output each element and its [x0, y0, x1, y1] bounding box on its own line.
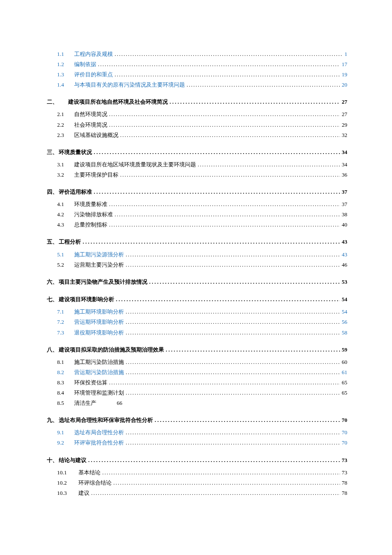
toc-item[interactable]: 10.2环评综合结论..............................…	[47, 478, 347, 488]
toc-item-label: 基本结论	[78, 468, 101, 478]
toc-item[interactable]: 10.3建议..................................…	[47, 488, 347, 498]
toc-item[interactable]: 7.2营运期环境影响分析............................…	[47, 317, 347, 327]
toc-item-page: 78	[342, 478, 347, 488]
toc-leader-dots: ........................................…	[109, 120, 340, 130]
toc-item-num: 2.1	[57, 109, 74, 119]
toc-item-page: 66	[117, 398, 122, 408]
toc-item[interactable]: 5.1施工期污染源强分析............................…	[47, 250, 347, 260]
toc-item-num: 8.2	[57, 367, 74, 378]
toc-item-page: 73	[342, 468, 347, 478]
toc-subsection-list: 8.1施工期污染防治措施............................…	[47, 357, 347, 408]
toc-item-num: 8.3	[57, 378, 74, 388]
toc-section-label: 评价适用标准	[59, 186, 92, 198]
toc-section: 1.1工程内容及规模..............................…	[47, 49, 347, 90]
toc-section-label: 建设项目所在地自然环境及社会环境简况	[68, 96, 168, 108]
toc-section-num: 十、	[47, 454, 58, 466]
toc-item-num: 10.3	[57, 488, 78, 498]
toc-item-page: 36	[342, 170, 347, 180]
toc-item[interactable]: 8.1施工期污染防治措施............................…	[47, 357, 347, 367]
toc-section-heading[interactable]: 二、建设项目所在地自然环境及社会环境简况....................…	[47, 96, 347, 108]
toc-item-label: 评价目的和重点	[74, 70, 113, 80]
toc-section-num: 七、	[47, 293, 58, 305]
toc-section-num: 九、	[47, 414, 58, 426]
toc-leader-dots: ........................................…	[109, 220, 340, 230]
toc-item[interactable]: 2.3区域基础设施概况.............................…	[47, 130, 347, 140]
toc-item[interactable]: 9.2环评审批符合性分析............................…	[47, 438, 347, 448]
toc-item[interactable]: 10.1基本结论................................…	[47, 468, 347, 478]
toc-item-label: 环评审批符合性分析	[74, 438, 124, 448]
toc-item-num: 10.1	[57, 468, 78, 478]
toc-item[interactable]: 1.3评价目的和重点..............................…	[47, 70, 347, 80]
toc-section-heading[interactable]: 六、项目主要污染物产生及预计排放情况......................…	[47, 276, 347, 288]
toc-section: 十、结论与建议.................................…	[47, 454, 347, 498]
toc-item-num: 10.2	[57, 478, 78, 488]
toc-section-heading[interactable]: 五、工程分析..................................…	[47, 236, 347, 247]
table-of-contents: 1.1工程内容及规模..............................…	[47, 49, 347, 498]
toc-leader-dots: ........................................…	[115, 70, 340, 80]
toc-item-num: 7.1	[57, 307, 74, 317]
toc-item[interactable]: 4.2污染物排放标准..............................…	[47, 209, 347, 220]
toc-item-page: 56	[342, 317, 347, 327]
toc-subsection-list: 2.1自然环境简况...............................…	[47, 109, 347, 140]
toc-section-heading[interactable]: 三、环境质量状况................................…	[47, 146, 347, 158]
toc-item-num: 8.1	[57, 357, 74, 367]
toc-leader-dots: ........................................…	[126, 367, 340, 378]
toc-item-label: 环境质量标准	[74, 199, 107, 209]
toc-section: 三、环境质量状况................................…	[47, 146, 347, 180]
toc-section: 七、建设项目环境影响分析............................…	[47, 293, 347, 337]
toc-item[interactable]: 3.2主要环境保护目标.............................…	[47, 170, 347, 180]
toc-item-label: 运营期主要污染分析	[74, 260, 124, 270]
toc-item[interactable]: 8.2营运期污染防治措施............................…	[47, 367, 347, 378]
toc-section-heading[interactable]: 八、建设项目拟采取的防治措施及预期治理效果...................…	[47, 344, 347, 355]
toc-leader-dots: ........................................…	[126, 427, 340, 438]
toc-item[interactable]: 2.1自然环境简况...............................…	[47, 109, 347, 119]
toc-item[interactable]: 1.4与本项目有关的原有污染情况及主要环境问题.................…	[47, 80, 347, 90]
toc-item-page: 43	[342, 250, 347, 260]
toc-section-page: 59	[342, 344, 347, 355]
toc-item-page: 70	[342, 438, 347, 448]
toc-section-page: 53	[342, 276, 347, 288]
toc-item[interactable]: 4.1环境质量标准...............................…	[47, 199, 347, 209]
toc-leader-dots: ........................................…	[126, 388, 340, 398]
toc-item-num: 1.4	[57, 80, 74, 90]
toc-section-label: 项目主要污染物产生及预计排放情况	[59, 276, 147, 288]
toc-item-num: 5.2	[57, 260, 74, 270]
toc-section: 九、选址布局合理性和环保审批符合性分析.....................…	[47, 414, 347, 448]
toc-section-heading[interactable]: 七、建设项目环境影响分析............................…	[47, 293, 347, 305]
toc-item[interactable]: 8.5清洁生产66	[47, 398, 347, 408]
toc-item-num: 1.1	[57, 49, 74, 59]
toc-item[interactable]: 9.1选址布局合理性分析............................…	[47, 427, 347, 438]
toc-item-label: 建议	[78, 488, 89, 498]
toc-item[interactable]: 7.1施工期环境影响分析............................…	[47, 307, 347, 317]
toc-leader-dots: ........................................…	[126, 317, 340, 327]
toc-item-page: 38	[342, 209, 347, 220]
toc-subsection-list: 5.1施工期污染源强分析............................…	[47, 250, 347, 270]
toc-section-page: 27	[342, 96, 347, 108]
toc-item[interactable]: 1.1工程内容及规模..............................…	[47, 49, 347, 59]
toc-item[interactable]: 8.3环保投资估算...............................…	[47, 378, 347, 388]
toc-item[interactable]: 4.3总量控制指标...............................…	[47, 220, 347, 230]
toc-item-num: 2.3	[57, 130, 74, 140]
toc-item-page: 61	[342, 367, 347, 378]
toc-section-heading[interactable]: 九、选址布局合理性和环保审批符合性分析.....................…	[47, 414, 347, 426]
toc-section-label: 建设项目拟采取的防治措施及预期治理效果	[59, 344, 164, 355]
toc-item-label: 施工期污染防治措施	[74, 357, 124, 367]
toc-item-label: 自然环境简况	[74, 109, 107, 119]
toc-leader-dots: ........................................…	[166, 344, 340, 355]
toc-section-heading[interactable]: 十、结论与建议.................................…	[47, 454, 347, 466]
toc-leader-dots: ........................................…	[120, 130, 340, 140]
toc-item[interactable]: 8.4环境管理和监测计划............................…	[47, 388, 347, 398]
toc-item-num: 5.1	[57, 250, 74, 260]
toc-section-num: 四、	[47, 186, 58, 198]
toc-item[interactable]: 1.2编制依据.................................…	[47, 59, 347, 70]
toc-item-page: 70	[342, 427, 347, 438]
toc-item-page: 37	[342, 199, 347, 209]
toc-section-heading[interactable]: 四、评价适用标准................................…	[47, 186, 347, 198]
toc-leader-dots: ........................................…	[126, 250, 340, 260]
toc-section-num: 八、	[47, 344, 58, 355]
toc-item[interactable]: 7.3退役期环境影响分析............................…	[47, 328, 347, 338]
toc-item[interactable]: 2.2社会环境简况...............................…	[47, 120, 347, 130]
toc-section-num: 二、	[47, 96, 58, 108]
toc-item[interactable]: 3.1建设项目所在地区域环境质量现状及主要环境问题...............…	[47, 160, 347, 170]
toc-item[interactable]: 5.2运营期主要污染分析............................…	[47, 260, 347, 270]
